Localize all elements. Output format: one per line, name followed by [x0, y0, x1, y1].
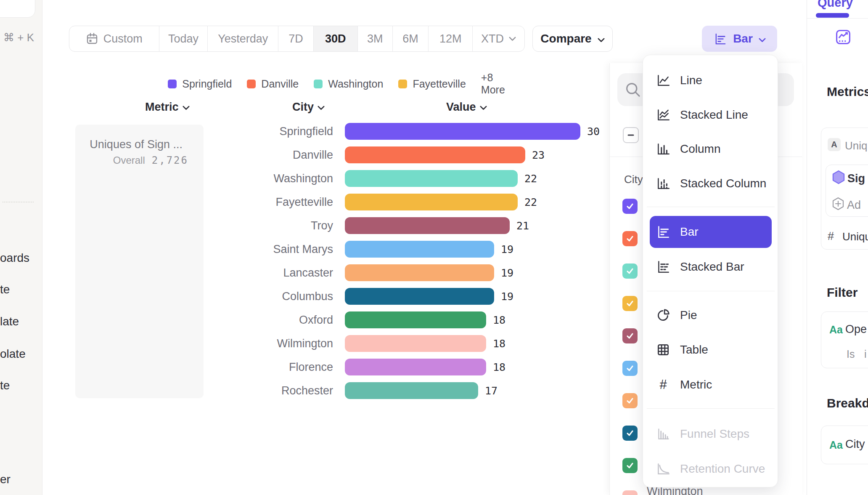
- legend-item[interactable]: Fayetteville: [398, 78, 466, 90]
- overall-value: 2,726: [152, 154, 188, 166]
- city-checkbox[interactable]: [622, 296, 638, 311]
- bar-danville[interactable]: [345, 146, 525, 163]
- filter-operator[interactable]: Is: [847, 348, 855, 360]
- range-xtd[interactable]: XTD: [473, 26, 524, 51]
- bar-wilmington[interactable]: [345, 335, 486, 352]
- hexagon-plus-icon[interactable]: [831, 197, 845, 213]
- count-type-label[interactable]: Uniqu: [842, 230, 868, 243]
- column-header-metric[interactable]: Metric: [145, 101, 190, 114]
- city-checkbox[interactable]: [622, 426, 638, 441]
- range-12m[interactable]: 12M: [429, 26, 473, 51]
- filter-card[interactable]: Aa Ope Is i: [821, 311, 868, 368]
- bar-saint-marys[interactable]: [345, 241, 494, 258]
- menu-item-funnel-steps[interactable]: Funnel Steps: [650, 418, 772, 450]
- menu-item-stacked-column[interactable]: Stacked Column: [650, 168, 772, 200]
- retention-icon: [656, 461, 671, 476]
- bar-rochester[interactable]: [345, 382, 478, 399]
- bar-fayetteville[interactable]: [345, 194, 518, 210]
- legend-swatch: [168, 80, 177, 88]
- breakdown-property-label: City: [845, 438, 865, 451]
- menu-item-bar[interactable]: Bar: [650, 216, 772, 248]
- chevron-down-icon: [509, 37, 516, 41]
- menu-divider: [647, 207, 775, 207]
- range-30d[interactable]: 30D: [314, 26, 358, 51]
- city-checkbox[interactable]: [622, 199, 638, 214]
- chevron-down-icon: [318, 104, 325, 110]
- event-label: Sig: [847, 172, 865, 185]
- range-today[interactable]: Today: [159, 26, 208, 51]
- select-all-checkbox[interactable]: [623, 127, 639, 143]
- range-3m[interactable]: 3M: [358, 26, 393, 51]
- active-tab-indicator: [816, 13, 849, 18]
- range-yesterday[interactable]: Yesterday: [208, 26, 278, 51]
- menu-item-line[interactable]: Line: [650, 64, 772, 96]
- menu-item-retention-curve[interactable]: Retention Curve: [650, 453, 772, 485]
- menu-item-metric[interactable]: #Metric: [650, 369, 772, 401]
- overall-label: Overall: [113, 154, 145, 166]
- legend-item[interactable]: Washington: [314, 78, 383, 90]
- bar-troy[interactable]: [345, 217, 510, 234]
- city-checkbox[interactable]: [622, 393, 638, 408]
- bar-columbus[interactable]: [345, 288, 494, 305]
- sidebar-item-fragment[interactable]: oards: [0, 251, 29, 265]
- menu-item-pie[interactable]: Pie: [650, 299, 772, 331]
- chart-type-menu: LineStacked LineColumnStacked ColumnBarS…: [643, 55, 778, 487]
- bar-lancaster[interactable]: [345, 264, 494, 281]
- city-checkbox[interactable]: [622, 328, 638, 343]
- sidebar-item-fragment[interactable]: te: [0, 379, 10, 392]
- metric-query-label: Uniq: [845, 139, 867, 152]
- calendar-icon: [86, 32, 98, 45]
- bar-value-label: 22: [524, 170, 537, 187]
- column-header-city[interactable]: City: [292, 101, 325, 114]
- menu-item-stacked-line[interactable]: Stacked Line: [650, 99, 772, 131]
- menu-divider: [647, 408, 775, 409]
- bar-springfield[interactable]: [345, 123, 580, 140]
- bar-value-label: 21: [516, 217, 529, 234]
- tab-query[interactable]: Query: [818, 0, 853, 10]
- legend-item[interactable]: Danville: [247, 78, 299, 90]
- legend-item[interactable]: Springfield: [168, 78, 232, 90]
- city-checkbox[interactable]: [622, 263, 638, 279]
- metric-summary-card[interactable]: Uniques of Sign ... Overall 2,726: [75, 125, 204, 398]
- line-icon: [656, 73, 671, 88]
- bar-category-label: Fayetteville: [210, 194, 333, 210]
- property-type-badge: Aa: [829, 324, 843, 336]
- sidebar-item-fragment[interactable]: olate: [0, 347, 26, 361]
- bar-oxford[interactable]: [345, 311, 486, 328]
- city-checkbox[interactable]: [622, 231, 638, 246]
- column-header-value[interactable]: Value: [446, 101, 487, 114]
- legend-more-toggle[interactable]: +8 More: [481, 72, 505, 96]
- sidebar-item-fragment[interactable]: late: [0, 315, 19, 328]
- compare-button[interactable]: Compare: [532, 26, 613, 52]
- series-letter-badge: A: [828, 138, 841, 151]
- metric-query-card[interactable]: A Uniq Sig Ad # Uniqu: [821, 128, 868, 250]
- bar-florence[interactable]: [345, 359, 486, 375]
- menu-item-stacked-bar[interactable]: Stacked Bar: [650, 251, 772, 283]
- filter-heading: Filter: [827, 285, 857, 300]
- date-range-segmented-control: CustomTodayYesterday7D30D3M6M12MXTD: [69, 26, 525, 52]
- panel-divider: [807, 18, 868, 19]
- keyboard-shortcut-hint: ⌘ + K: [3, 31, 34, 44]
- event-card[interactable]: Sig Ad: [826, 165, 868, 217]
- city-checkbox[interactable]: [622, 361, 638, 376]
- city-checkbox[interactable]: [622, 490, 638, 495]
- table-icon: [656, 342, 671, 357]
- chart-type-button[interactable]: Bar: [702, 26, 777, 52]
- range-6m[interactable]: 6M: [393, 26, 429, 51]
- range-custom[interactable]: Custom: [69, 26, 159, 51]
- menu-item-table[interactable]: Table: [650, 334, 772, 366]
- metrics-heading: Metrics: [827, 85, 868, 99]
- city-checkbox[interactable]: [622, 458, 638, 473]
- range-7d[interactable]: 7D: [278, 26, 314, 51]
- sidebar-divider: [3, 202, 34, 202]
- insights-chart-icon[interactable]: [835, 29, 851, 47]
- bar-category-label: Florence: [210, 359, 333, 375]
- sidebar-search-card[interactable]: [0, 0, 35, 18]
- sidebar-item-fragment[interactable]: er: [0, 473, 11, 486]
- sidebar-item-fragment[interactable]: te: [0, 283, 10, 296]
- bar-value-label: 30: [587, 123, 600, 140]
- menu-item-column[interactable]: Column: [650, 133, 772, 165]
- bar-washington[interactable]: [345, 170, 518, 187]
- breakdown-card[interactable]: Aa City: [821, 426, 868, 464]
- metric-overall-row: Overall 2,726: [113, 154, 188, 166]
